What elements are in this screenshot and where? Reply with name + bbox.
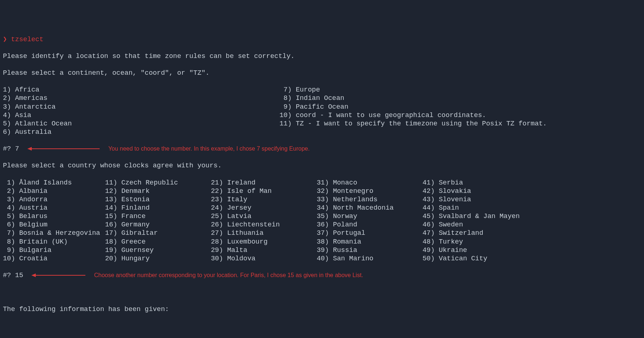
input-value-2: 15 <box>15 272 23 279</box>
country-item[interactable]: 25) Latvia <box>211 212 317 221</box>
command-text: tzselect <box>11 36 43 43</box>
country-item[interactable]: 11) Czech Republic <box>105 179 211 187</box>
country-item[interactable]: 45) Svalbard & Jan Mayen <box>423 212 520 221</box>
country-item[interactable]: 12) Denmark <box>105 187 211 195</box>
continent-item[interactable]: 7) Europe <box>279 86 320 94</box>
country-item[interactable]: 5) Belarus <box>3 212 105 221</box>
continent-row: 2) Americas 8) Indian Ocean <box>3 94 641 102</box>
country-item[interactable]: 6) Belgium <box>3 221 105 229</box>
country-item[interactable]: 38) Romania <box>317 238 423 246</box>
country-item[interactable]: 28) Luxembourg <box>211 238 317 246</box>
continent-item[interactable]: 11) TZ - I want to specify the timezone … <box>279 120 547 128</box>
country-item[interactable]: 29) Malta <box>211 246 317 255</box>
input-value-1: 7 <box>15 145 19 153</box>
arrow-icon <box>27 146 100 151</box>
intro-line-1: Please identify a location so that time … <box>3 52 641 61</box>
continent-item[interactable]: 3) Antarctica <box>3 103 279 111</box>
continent-item[interactable]: 1) Africa <box>3 86 279 94</box>
country-item[interactable]: 33) Netherlands <box>317 195 423 204</box>
country-item[interactable]: 37) Portugal <box>317 229 423 237</box>
continent-item[interactable]: 4) Asia <box>3 111 279 120</box>
country-row: 8) Britain (UK)18) Greece28) Luxembourg3… <box>3 238 641 246</box>
country-item[interactable]: 1) Åland Islands <box>3 179 105 187</box>
country-item[interactable]: 40) San Marino <box>317 255 423 263</box>
blank-line <box>3 288 641 296</box>
continent-item[interactable]: 2) Americas <box>3 94 279 102</box>
input-row-1[interactable]: #? 7 You need to choose the number. In t… <box>3 145 641 153</box>
country-row: 9) Bulgaria19) Guernsey29) Malta39) Russ… <box>3 246 641 255</box>
continent-row: 5) Atlantic Ocean11) TZ - I want to spec… <box>3 120 641 128</box>
country-item[interactable]: 18) Greece <box>105 238 211 246</box>
country-item[interactable]: 9) Bulgaria <box>3 246 105 255</box>
country-item[interactable]: 50) Vatican City <box>423 255 487 263</box>
country-item[interactable]: 39) Russia <box>317 246 423 255</box>
annotation-1: You need to choose the number. In this e… <box>108 145 310 152</box>
continent-item[interactable]: 5) Atlantic Ocean <box>3 120 279 128</box>
continent-row: 4) Asia10) coord - I want to use geograp… <box>3 111 641 120</box>
country-item[interactable]: 2) Albania <box>3 187 105 195</box>
continent-list: 1) Africa 7) Europe2) Americas 8) Indian… <box>3 86 641 136</box>
country-row: 10) Croatia20) Hungary30) Moldova40) San… <box>3 255 641 263</box>
country-item[interactable]: 22) Isle of Man <box>211 187 317 195</box>
country-item[interactable]: 23) Italy <box>211 195 317 204</box>
intro-line-2: Please select a continent, ocean, "coord… <box>3 69 641 77</box>
country-row: 5) Belarus15) France25) Latvia35) Norway… <box>3 212 641 221</box>
country-item[interactable]: 41) Serbia <box>423 179 463 187</box>
country-item[interactable]: 4) Austria <box>3 204 105 212</box>
country-item[interactable]: 34) North Macedonia <box>317 204 423 212</box>
country-item[interactable]: 17) Gibraltar <box>105 229 211 237</box>
country-list: 1) Åland Islands11) Czech Republic21) Ir… <box>3 179 641 263</box>
country-item[interactable]: 35) Norway <box>317 212 423 221</box>
country-item[interactable]: 43) Slovenia <box>423 195 471 204</box>
continent-item[interactable]: 10) coord - I want to use geographical c… <box>279 111 486 120</box>
continent-row: 3) Antarctica 9) Pacific Ocean <box>3 103 641 111</box>
continent-item[interactable]: 9) Pacific Ocean <box>279 103 348 111</box>
country-item[interactable]: 20) Hungary <box>105 255 211 263</box>
input-prompt-1: #? <box>3 145 11 153</box>
country-row: 4) Austria14) Finland24) Jersey34) North… <box>3 204 641 212</box>
country-item[interactable]: 21) Ireland <box>211 179 317 187</box>
country-item[interactable]: 36) Poland <box>317 221 423 229</box>
country-row: 6) Belgium16) Germany26) Liechtenstein36… <box>3 221 641 229</box>
country-item[interactable]: 13) Estonia <box>105 195 211 204</box>
country-item[interactable]: 26) Liechtenstein <box>211 221 317 229</box>
continent-row: 6) Australia <box>3 128 641 136</box>
country-item[interactable]: 49) Ukraine <box>423 246 467 255</box>
country-item[interactable]: 19) Guernsey <box>105 246 211 255</box>
arrow-icon <box>31 273 86 278</box>
country-row: 2) Albania12) Denmark22) Isle of Man32) … <box>3 187 641 195</box>
country-item[interactable]: 10) Croatia <box>3 255 105 263</box>
svg-marker-3 <box>31 273 36 277</box>
command-line: ❯ tzselect <box>3 35 641 44</box>
country-row: 1) Åland Islands11) Czech Republic21) Ir… <box>3 179 641 187</box>
info-heading: The following information has been given… <box>3 305 641 314</box>
country-item[interactable]: 31) Monaco <box>317 179 423 187</box>
continent-row: 1) Africa 7) Europe <box>3 86 641 94</box>
blank-line <box>3 322 641 330</box>
country-item[interactable]: 3) Andorra <box>3 195 105 204</box>
country-item[interactable]: 47) Switzerland <box>423 229 483 237</box>
annotation-2: Choose another number corresponding to y… <box>94 272 363 278</box>
continent-item[interactable]: 8) Indian Ocean <box>279 94 344 102</box>
country-item[interactable]: 15) France <box>105 212 211 221</box>
svg-marker-1 <box>27 147 32 151</box>
country-item[interactable]: 27) Lithuania <box>211 229 317 237</box>
input-row-2[interactable]: #? 15 Choose another number correspondin… <box>3 271 641 280</box>
country-row: 7) Bosnia & Herzegovina17) Gibraltar27) … <box>3 229 641 237</box>
country-item[interactable]: 16) Germany <box>105 221 211 229</box>
country-item[interactable]: 8) Britain (UK) <box>3 238 105 246</box>
country-item[interactable]: 7) Bosnia & Herzegovina <box>3 229 105 237</box>
prompt-chevron: ❯ <box>3 36 7 43</box>
country-item[interactable]: 48) Turkey <box>423 238 463 246</box>
country-row: 3) Andorra13) Estonia23) Italy33) Nether… <box>3 195 641 204</box>
continent-item[interactable]: 6) Australia <box>3 128 279 136</box>
country-item[interactable]: 44) Spain <box>423 204 459 212</box>
country-item[interactable]: 42) Slovakia <box>423 187 471 195</box>
country-prompt-line: Please select a country whose clocks agr… <box>3 162 641 170</box>
country-item[interactable]: 46) Sweden <box>423 221 463 229</box>
country-item[interactable]: 30) Moldova <box>211 255 317 263</box>
input-prompt-2: #? <box>3 272 11 279</box>
country-item[interactable]: 32) Montenegro <box>317 187 423 195</box>
country-item[interactable]: 14) Finland <box>105 204 211 212</box>
country-item[interactable]: 24) Jersey <box>211 204 317 212</box>
